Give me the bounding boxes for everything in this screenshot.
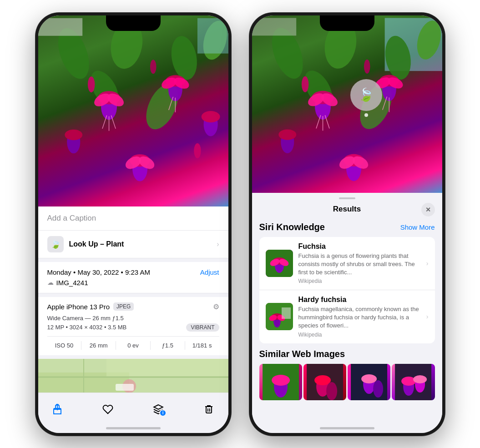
fuchsia-arrow: ›	[426, 260, 429, 267]
svg-rect-30	[197, 18, 228, 53]
exif-aperture: ƒ1.5	[151, 341, 185, 350]
delete-button[interactable]	[199, 399, 219, 419]
svg-point-61	[278, 129, 296, 140]
lookup-icon: 🍃	[47, 236, 64, 252]
caption-area[interactable]: Add a Caption	[38, 206, 228, 231]
fuchsia-thumbnail	[266, 250, 293, 277]
close-button[interactable]: ✕	[421, 203, 435, 216]
left-phone: Add a Caption 🍃 Look Up – Plant › Monday…	[35, 13, 231, 436]
map-preview[interactable]	[38, 359, 228, 393]
svg-point-95	[373, 380, 383, 398]
exif-ev: 0 ev	[116, 341, 151, 350]
results-content: Siri Knowledge Show More	[252, 218, 442, 404]
hardy-fuchsia-desc: Fuchsia magellanica, commonly known as t…	[298, 305, 421, 330]
svg-point-16	[132, 156, 147, 181]
svg-point-87	[272, 375, 290, 386]
svg-point-2	[168, 34, 200, 81]
hardy-arrow: ›	[426, 313, 429, 320]
right-home-indicator	[320, 427, 374, 429]
svg-point-6	[101, 93, 117, 120]
svg-point-12	[160, 75, 178, 91]
date-section: Monday • May 30, 2022 • 9:23 AM Adjust ☁…	[38, 262, 228, 293]
svg-point-55	[319, 91, 339, 109]
right-notch	[320, 15, 374, 31]
web-image-4[interactable]	[392, 364, 435, 400]
notch	[106, 15, 161, 31]
svg-rect-38	[116, 384, 134, 391]
svg-point-60	[281, 130, 294, 153]
web-image-3[interactable]	[348, 364, 390, 400]
svg-point-4	[85, 66, 124, 111]
results-panel: Results ✕ Siri Knowledge Show More	[252, 193, 442, 433]
web-images-section: Similar Web Images	[259, 349, 435, 400]
fuchsia-source: Wikipedia	[298, 278, 421, 284]
fuchsia-desc: Fuchsia is a genus of flowering plants t…	[298, 252, 421, 277]
svg-point-90	[314, 375, 331, 385]
lookup-label: Look Up – Plant	[69, 240, 124, 248]
svg-point-19	[136, 154, 157, 171]
svg-line-25	[168, 96, 173, 110]
hardy-fuchsia-item[interactable]: Hardy fuchsia Fuchsia magellanica, commo…	[259, 290, 435, 343]
date-text: Monday • May 30, 2022 • 9:23 AM	[47, 268, 150, 276]
lookup-arrow: ›	[217, 240, 219, 248]
svg-point-11	[165, 75, 185, 86]
web-image-1[interactable]	[259, 364, 302, 400]
fuchsia-info: Fuchsia Fuchsia is a genus of flowering …	[298, 242, 421, 285]
svg-point-59	[386, 75, 404, 91]
device-name: Apple iPhone 13 Pro	[47, 303, 110, 311]
fuchsia-item[interactable]: Fuchsia Fuchsia is a genus of flowering …	[259, 237, 435, 291]
svg-line-68	[325, 115, 329, 128]
svg-point-14	[67, 130, 80, 153]
show-more-button[interactable]: Show More	[400, 223, 435, 231]
share-button[interactable]	[47, 399, 67, 419]
results-header: Results ✕	[252, 199, 442, 218]
svg-point-46	[266, 24, 309, 83]
info-button[interactable]: i	[148, 399, 168, 419]
info-panel: Add a Caption 🍃 Look Up – Plant › Monday…	[38, 206, 228, 393]
svg-point-13	[172, 75, 191, 91]
svg-point-15	[65, 129, 82, 140]
svg-point-72	[364, 59, 370, 73]
lookup-row[interactable]: 🍃 Look Up – Plant ›	[38, 231, 228, 258]
adjust-button[interactable]: Adjust	[200, 268, 219, 276]
web-images-title: Similar Web Images	[259, 349, 435, 359]
caption-placeholder[interactable]: Add a Caption	[47, 214, 96, 222]
svg-rect-45	[384, 18, 442, 71]
svg-point-71	[301, 76, 308, 92]
favorite-button[interactable]	[98, 399, 118, 419]
exif-row: ISO 50 26 mm 0 ev ƒ1.5 1/181 s	[47, 336, 219, 350]
mp-text: 12 MP • 3024 × 4032 • 3.5 MB	[47, 324, 127, 331]
flower-photo[interactable]	[38, 15, 228, 206]
svg-point-54	[306, 91, 326, 109]
svg-point-63	[344, 154, 364, 166]
device-section: Apple iPhone 13 Pro JPEG ⚙ Wide Camera —…	[38, 297, 228, 355]
svg-point-10	[168, 76, 182, 101]
siri-knowledge-title: Siri Knowledge	[259, 222, 325, 232]
svg-point-48	[382, 34, 414, 81]
hardy-fuchsia-info: Hardy fuchsia Fuchsia magellanica, commo…	[298, 296, 421, 338]
web-images-row	[259, 364, 435, 400]
left-screen: Add a Caption 🍃 Look Up – Plant › Monday…	[38, 15, 228, 433]
svg-point-64	[337, 153, 357, 171]
svg-line-22	[102, 115, 106, 128]
camera-settings-icon[interactable]: ⚙	[213, 302, 219, 311]
svg-rect-84	[282, 307, 291, 319]
right-flower-photo[interactable]: 🍃	[252, 15, 442, 193]
web-image-2[interactable]	[303, 364, 346, 400]
svg-point-17	[130, 154, 150, 166]
svg-point-7	[98, 91, 120, 104]
jpeg-badge: JPEG	[113, 302, 134, 311]
hardy-fuchsia-source: Wikipedia	[298, 332, 421, 338]
cloud-icon: ☁	[47, 279, 54, 286]
svg-point-18	[123, 154, 143, 171]
results-title: Results	[333, 205, 361, 214]
knowledge-card: Fuchsia Fuchsia is a genus of flowering …	[259, 237, 435, 343]
svg-point-3	[199, 18, 228, 62]
svg-point-20	[203, 112, 217, 136]
svg-point-100	[413, 375, 427, 383]
siri-leaf-icon: 🍃	[358, 87, 374, 102]
exif-shutter: 1/181 s	[185, 341, 219, 350]
svg-point-53	[312, 91, 334, 104]
svg-point-29	[194, 143, 201, 158]
info-badge: i	[159, 409, 167, 417]
